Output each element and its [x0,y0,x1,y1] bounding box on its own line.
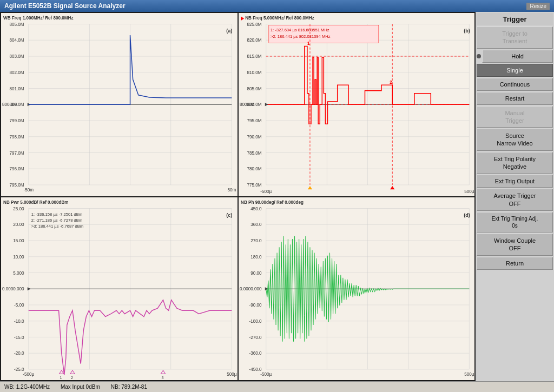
chart-c: NB Pwr 5.000dB/ Ref 0.000dBm [1,197,238,381]
svg-text:-360.0: -360.0 [249,351,261,356]
svg-text:780.0M: 780.0M [247,167,261,171]
svg-text:3: 3 [161,376,163,380]
svg-text:10.00: 10.00 [13,254,24,259]
svg-text:2: 2 [71,376,73,380]
svg-text:0.000: 0.000 [240,287,251,291]
ext-trig-polarity-button[interactable]: Ext Trig PolarityNegative [477,152,553,174]
manual-trigger-button[interactable]: ManualTrigger [477,106,553,128]
app-title: Agilent E5052B Signal Source Analyzer [4,2,126,10]
svg-text:180.0: 180.0 [250,254,262,259]
hold-button[interactable]: Hold [482,50,553,63]
return-button[interactable]: Return [477,257,553,270]
svg-text:799.0M: 799.0M [10,118,24,123]
svg-text:NB Pwr 5.000dB/ Ref 0.000dBm: NB Pwr 5.000dB/ Ref 0.000dBm [3,200,68,205]
svg-text:(b): (b) [464,28,470,34]
source-button[interactable]: SourceNarrow Video [477,129,553,151]
svg-text:90.00: 90.00 [250,270,262,275]
svg-text:820.0M: 820.0M [247,38,261,43]
svg-text:815.0M: 815.0M [247,54,261,59]
chart-b: NB Freq 5.000MHz/ Ref 800.0MHz [239,13,475,196]
max-input-status: Max Input 0dBm [61,384,100,390]
svg-text:797.0M: 797.0M [10,151,24,156]
ext-trig-output-button[interactable]: Ext Trig Output [477,175,553,188]
svg-text:5.000: 5.000 [13,270,24,275]
svg-text:NB Freq 5.000MHz/ Ref 800.0MHz: NB Freq 5.000MHz/ Ref 800.0MHz [245,16,314,21]
svg-text:800.0M: 800.0M [10,102,24,107]
svg-text:-180.0: -180.0 [249,318,261,323]
svg-text:1: -336.158 µs    -7.2501 dBm: 1: -336.158 µs -7.2501 dBm [31,211,82,216]
svg-text:NB Ph 90.00deg/ Ref 0.000deg: NB Ph 90.00deg/ Ref 0.000deg [241,200,304,205]
svg-text:775.0M: 775.0M [247,183,261,188]
svg-text:-10.0: -10.0 [14,318,24,323]
svg-text:0.000: 0.000 [13,287,24,291]
svg-text:798.0M: 798.0M [10,135,24,139]
svg-text:805.0M: 805.0M [247,87,261,91]
average-trigger-button[interactable]: Average TriggerOFF [477,189,553,211]
svg-text:500µ: 500µ [464,189,474,194]
svg-text:500µ: 500µ [227,372,237,377]
wb-status: WB: 1.2G-400MHz [4,384,50,390]
statusbar: WB: 1.2G-400MHz Max Input 0dBm NB: 789.2… [0,381,554,392]
svg-text:825.0M: 825.0M [247,22,261,27]
svg-text:-20.0: -20.0 [14,351,24,356]
svg-text:785.0M: 785.0M [247,151,261,156]
single-button[interactable]: Single [477,64,553,77]
svg-text:790.0M: 790.0M [247,135,261,139]
trigger-to-transient-button[interactable]: Trigger toTransient [477,26,553,49]
continuous-button[interactable]: Continuous [477,78,553,91]
svg-text:2: -271.186 µs    -6.7278 dBm: 2: -271.186 µs -6.7278 dBm [31,218,82,223]
panel-title: Trigger [477,13,553,25]
svg-text:1: -327.684 µs   816.688551 MH: 1: -327.684 µs 816.688551 MHz [270,28,329,32]
svg-text:0.000: 0.000 [2,287,14,291]
svg-text:796.0M: 796.0M [10,167,24,171]
svg-text:-5.00: -5.00 [14,303,24,308]
svg-text:(d): (d) [464,212,470,217]
svg-text:WB Freq 1.000MHz/ Ref 800.0MHz: WB Freq 1.000MHz/ Ref 800.0MHz [3,16,73,21]
charts-area: 800.0M 805.0M 804.0M 803.0M 802.0M 801.0… [0,12,476,381]
svg-text:-500µ: -500µ [260,189,272,194]
svg-text:500µ: 500µ [464,372,474,377]
svg-text:(a): (a) [226,28,232,34]
svg-text:15.00: 15.00 [13,238,24,243]
window-couple-button[interactable]: Window CoupleOFF [477,234,553,256]
hold-indicator [477,54,481,58]
svg-text:>2: 186.441 µs   802.031394 MH: >2: 186.441 µs 802.031394 MHz [270,34,330,39]
svg-text:450.0: 450.0 [250,206,262,211]
svg-text:25.00: 25.00 [13,206,24,211]
svg-text:1: 1 [307,41,309,46]
svg-text:802.0M: 802.0M [10,70,24,75]
svg-text:810.0M: 810.0M [247,70,261,75]
titlebar: Agilent E5052B Signal Source Analyzer Re… [0,0,554,12]
svg-text:0.000: 0.000 [250,287,262,291]
svg-text:-90.00: -90.00 [249,303,261,308]
svg-text:805.0M: 805.0M [10,22,24,27]
svg-text:360.0: 360.0 [250,222,262,227]
svg-text:(c): (c) [226,212,232,217]
svg-text:803.0M: 803.0M [10,54,24,59]
svg-text:-450.0: -450.0 [249,367,261,372]
svg-text:-15.0: -15.0 [14,335,24,340]
svg-text:-50m: -50m [24,188,34,192]
svg-text:804.0M: 804.0M [10,38,24,43]
svg-text:-25.0: -25.0 [14,367,24,372]
svg-text:-500µ: -500µ [260,372,272,377]
svg-text:800.0M: 800.0M [240,102,254,107]
restart-button[interactable]: Restart [477,92,553,105]
ext-trig-timing-button[interactable]: Ext Trig Timing Adj.0s [477,212,553,232]
svg-text:795.0M: 795.0M [10,183,24,188]
nb-status: NB: 789.2M-81 [111,384,147,390]
svg-text:801.0M: 801.0M [10,87,24,91]
resize-button[interactable]: Resize [526,3,550,10]
svg-text:>3: 186.441 µs    -6.7687 dBm: >3: 186.441 µs -6.7687 dBm [31,224,83,229]
svg-text:-500µ: -500µ [23,372,34,377]
chart-a: 800.0M 805.0M 804.0M 803.0M 802.0M 801.0… [1,13,238,196]
svg-text:-270.0: -270.0 [249,335,261,340]
svg-text:20.00: 20.00 [13,222,24,227]
right-panel: Trigger Trigger toTransient Hold Single … [476,12,554,381]
main-content: 800.0M 805.0M 804.0M 803.0M 802.0M 801.0… [0,12,554,381]
svg-text:50m: 50m [227,188,236,192]
chart-d: NB Ph 90.00deg/ Ref 0.000deg [239,197,475,381]
svg-text:2: 2 [390,80,392,85]
svg-text:270.0: 270.0 [250,238,262,243]
svg-text:1: 1 [60,376,62,380]
